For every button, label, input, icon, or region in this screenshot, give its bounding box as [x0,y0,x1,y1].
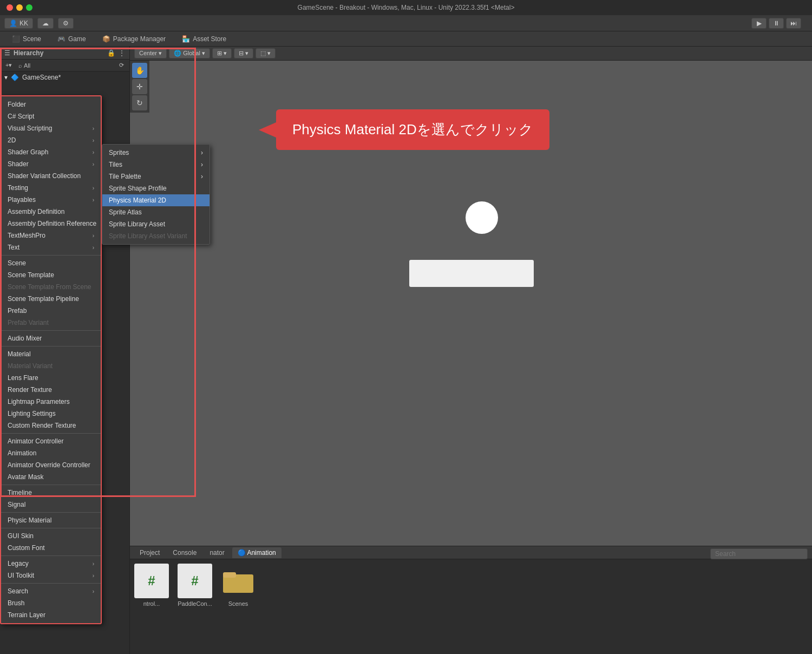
submenu-2d: Sprites› Tiles› Tile Palette› Sprite Sha… [102,144,210,245]
menu-search[interactable]: Search› [1,585,101,597]
gizmos-button[interactable]: ⊟ ▾ [234,48,253,58]
menu-timeline[interactable]: Timeline [1,487,101,499]
separator-5 [1,485,101,485]
menu-audio-mixer[interactable]: Audio Mixer [1,332,101,344]
separator-6 [1,512,101,513]
menu-lighting-settings[interactable]: Lighting Settings [1,408,101,420]
bottom-content: # ntrol... # PaddleCon... [130,559,812,611]
pause-button[interactable]: ⏸ [769,18,784,29]
submenu-sprite-library-asset[interactable]: Sprite Library Asset [102,218,209,230]
menu-shader-variant[interactable]: Shader Variant Collection [1,170,101,182]
hierarchy-toolbar: +▾ ⌕ All ⟳ [0,60,129,71]
submenu-sprite-shape-profile[interactable]: Sprite Shape Profile [102,182,209,194]
tab-bar: ⬛ Scene 🎮 Game 📦 Package Manager 🏪 Asset… [0,31,812,47]
add-hierarchy-button[interactable]: +▾ [3,61,14,69]
menu-textmeshpro[interactable]: TextMeshPro› [1,230,101,241]
menu-terrain-layer[interactable]: Terrain Layer [1,609,101,621]
menu-material[interactable]: Material [1,348,101,360]
submenu-tiles[interactable]: Tiles› [102,159,209,171]
move-tool[interactable]: ✛ [132,79,147,94]
play-controls: ▶ ⏸ ⏭ [751,18,801,29]
tab-project[interactable]: Project [134,547,165,558]
menu-custom-font[interactable]: Custom Font [1,542,101,554]
menu-animation[interactable]: Animation [1,447,101,459]
scene-view: Center ▾ 🌐 Global ▾ ⊞ ▾ ⊟ ▾ ⬚ ▾ ✋ ✛ ↻ [130,47,812,654]
menu-signal[interactable]: Signal [1,499,101,511]
submenu-sprites[interactable]: Sprites› [102,147,209,159]
search-input[interactable] [710,548,808,559]
menu-animator-override[interactable]: Animator Override Controller [1,459,101,471]
scene-ball-object [466,201,498,234]
center-button[interactable]: Center ▾ [134,48,167,58]
rotate-tool[interactable]: ↻ [132,95,147,110]
asset-item-paddlecon[interactable]: # PaddleCon... [178,564,212,607]
tool-icons-panel: ✋ ✛ ↻ [130,61,149,113]
menu-custom-render[interactable]: Custom Render Texture [1,420,101,431]
menu-testing[interactable]: Testing› [1,182,101,194]
menu-scene[interactable]: Scene [1,257,101,269]
tab-animation[interactable]: 🔵 Animation [232,547,281,558]
tab-scene[interactable]: ⬛ Scene [4,33,49,45]
hierarchy-title: Hierarchy [14,49,43,57]
maximize-button[interactable] [26,4,32,11]
search-bar [710,548,808,559]
menu-avatar-mask[interactable]: Avatar Mask [1,471,101,483]
step-button[interactable]: ⏭ [786,18,801,29]
tab-animator[interactable]: nator [204,547,230,558]
grid-button[interactable]: ⊞ ▾ [212,48,232,58]
menu-lightmap-params[interactable]: Lightmap Parameters [1,396,101,408]
hand-tool[interactable]: ✋ [132,63,147,78]
global-button[interactable]: 🌐 Global ▾ [169,48,210,58]
submenu-sprite-library-variant: Sprite Library Asset Variant [102,230,209,242]
game-tab-icon: 🎮 [57,35,66,43]
menu-scene-template[interactable]: Scene Template [1,269,101,281]
menu-assembly-def[interactable]: Assembly Definition [1,206,101,218]
menu-physic-material[interactable]: Physic Material [1,514,101,526]
menu-shader[interactable]: Shader› [1,158,101,170]
bottom-tabs: Project Console nator 🔵 Animation [130,546,812,559]
menu-visual-scripting[interactable]: Visual Scripting› [1,122,101,134]
submenu-physics-material-2d[interactable]: Physics Material 2D [102,194,209,206]
svg-rect-1 [223,572,236,578]
menu-playables[interactable]: Playables› [1,194,101,206]
menu-brush[interactable]: Brush [1,597,101,609]
play-button[interactable]: ▶ [751,18,767,29]
package-icon: 📦 [102,35,110,43]
hierarchy-scene-item[interactable]: ▾ 🔷 GameScene* [0,71,129,83]
tab-game[interactable]: 🎮 Game [50,33,94,45]
submenu-tile-palette[interactable]: Tile Palette› [102,171,209,182]
account-button[interactable]: 👤 KK [4,18,33,29]
menu-legacy[interactable]: Legacy› [1,558,101,570]
menu-gui-skin[interactable]: GUI Skin [1,530,101,542]
asset-label-1: ntrol... [143,600,160,607]
context-menu: Folder C# Script Visual Scripting› 2D› S… [0,95,102,624]
main-layout: ☰ Hierarchy 🔒 ⋮ +▾ ⌕ All ⟳ ▾ 🔷 GameScene… [0,47,812,654]
asset-item-ntrol[interactable]: # ntrol... [134,564,169,607]
hierarchy-refresh[interactable]: ⟳ [117,61,126,69]
menu-prefab[interactable]: Prefab [1,305,101,317]
menu-render-texture[interactable]: Render Texture [1,384,101,396]
tab-package-manager[interactable]: 📦 Package Manager [95,33,173,45]
hierarchy-search[interactable]: ⌕ All [16,62,32,69]
menu-folder[interactable]: Folder [1,99,101,110]
cloud-button[interactable]: ☁ [37,18,54,29]
menu-lens-flare[interactable]: Lens Flare [1,372,101,384]
close-button[interactable] [6,4,13,11]
view-button[interactable]: ⬚ ▾ [256,48,276,58]
menu-ui-toolkit[interactable]: UI Toolkit› [1,570,101,581]
submenu-sprite-atlas[interactable]: Sprite Atlas [102,206,209,218]
menu-csharp[interactable]: C# Script [1,110,101,122]
tab-asset-store[interactable]: 🏪 Asset Store [174,33,234,45]
menu-assembly-def-ref[interactable]: Assembly Definition Reference [1,218,101,230]
menu-shader-graph[interactable]: Shader Graph› [1,146,101,158]
settings-button[interactable]: ⚙ [58,18,74,29]
hierarchy-lock-icon: 🔒 [107,49,115,57]
menu-2d[interactable]: 2D› [1,134,101,146]
asset-item-scenes[interactable]: Scenes [221,564,256,607]
menu-animator-controller[interactable]: Animator Controller [1,435,101,447]
menu-scene-template-pipeline[interactable]: Scene Template Pipeline [1,293,101,305]
tab-console[interactable]: Console [167,547,202,558]
menu-text[interactable]: Text› [1,241,101,253]
minimize-button[interactable] [16,4,23,11]
separator-2 [1,330,101,331]
